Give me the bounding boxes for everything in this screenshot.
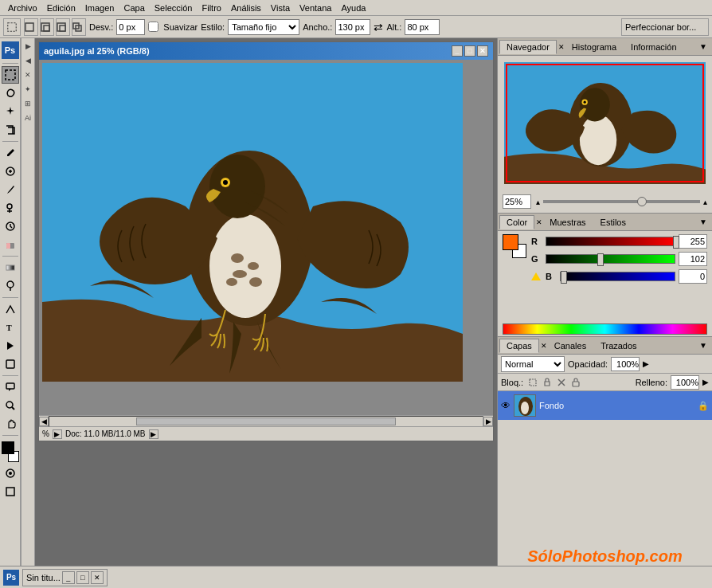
taskbar-document-item[interactable]: Sin titu... _ □ ✕ [22, 569, 108, 586]
g-input[interactable] [679, 252, 707, 266]
menu-ventana[interactable]: Ventana [295, 2, 336, 14]
ancho-input[interactable] [335, 19, 370, 35]
doc-maximize-btn[interactable]: □ [464, 45, 475, 57]
zoom-slider-thumb[interactable] [637, 197, 647, 206]
perfeccionar-button[interactable]: Perfeccionar bor... [621, 18, 709, 36]
tab-color[interactable]: Color [499, 215, 534, 229]
opacity-input[interactable] [611, 357, 640, 371]
tab-trazados[interactable]: Trazados [593, 339, 644, 353]
healing-tool[interactable] [2, 163, 19, 180]
fg-color-swatch[interactable] [503, 234, 518, 250]
crop-tool[interactable] [2, 121, 19, 139]
inter-sel-btn[interactable] [72, 18, 86, 36]
tab-capas[interactable]: Capas [499, 339, 539, 353]
pen-tool[interactable] [2, 300, 19, 318]
new-sel-btn[interactable] [24, 18, 38, 36]
magic-wand-tool[interactable] [2, 103, 19, 120]
fill-arrow[interactable]: ▶ [702, 378, 709, 386]
color-panel-close[interactable]: ▼ [696, 218, 710, 226]
doc-close-btn[interactable]: ✕ [477, 45, 488, 57]
foreground-color-swatch[interactable] [2, 441, 14, 454]
scrollbar-thumb[interactable] [136, 417, 396, 425]
color-swatch-area[interactable] [2, 441, 19, 462]
alto-input[interactable] [405, 19, 440, 35]
lock-image-btn[interactable] [541, 376, 554, 389]
zoom-tool[interactable] [2, 397, 19, 414]
tab-estilos[interactable]: Estilos [593, 215, 633, 229]
fill-input[interactable] [671, 375, 699, 390]
path-select-tool[interactable] [2, 337, 19, 355]
panel-icon-3[interactable]: ✕ [22, 69, 34, 81]
swap-dimensions-icon[interactable]: ⇄ [374, 21, 383, 33]
menu-imagen[interactable]: Imagen [80, 2, 119, 14]
panel-icon-1[interactable]: ▶ [22, 40, 34, 53]
menu-filtro[interactable]: Filtro [197, 2, 225, 14]
lock-transparent-btn[interactable] [526, 376, 539, 389]
add-sel-btn[interactable] [40, 18, 54, 36]
panel-icon-5[interactable]: ⊞ [22, 97, 34, 110]
panel-icon-4[interactable]: ✦ [22, 83, 34, 96]
horizontal-scrollbar[interactable]: ◀ ▶ [39, 415, 493, 426]
type-tool[interactable]: T [2, 319, 19, 336]
layer-visibility-icon[interactable]: 👁 [501, 400, 511, 411]
tab-navegador[interactable]: Navegador [499, 40, 557, 54]
lock-position-btn[interactable] [555, 376, 568, 389]
clone-tool[interactable] [2, 199, 19, 217]
out-of-gamut-warning-icon[interactable] [531, 272, 541, 280]
color-spectrum[interactable] [503, 323, 707, 335]
layers-panel-close[interactable]: ▼ [696, 341, 710, 350]
scroll-right-btn[interactable]: ▶ [483, 417, 493, 426]
menu-capa[interactable]: Capa [119, 2, 149, 14]
navigator-preview[interactable] [503, 61, 707, 186]
eraser-tool[interactable] [2, 236, 19, 253]
layer-row-fondo[interactable]: 👁 Fondo 🔒 [498, 391, 712, 420]
quick-mask-btn[interactable] [2, 465, 19, 482]
b-slider-thumb[interactable] [561, 271, 567, 284]
tab-histograma[interactable]: Histograma [565, 40, 624, 54]
navigator-zoom-input[interactable] [503, 194, 531, 209]
r-input[interactable] [679, 234, 707, 249]
menu-edicion[interactable]: Edición [42, 2, 80, 14]
status-info-btn[interactable]: ▶ [53, 429, 62, 439]
tab-capas-close[interactable]: ✕ [541, 342, 547, 350]
marquee-tool[interactable] [2, 66, 19, 84]
r-slider-thumb[interactable] [673, 236, 679, 249]
shape-tool[interactable] [2, 355, 19, 373]
tab-informacion[interactable]: Información [624, 40, 683, 54]
tab-canales[interactable]: Canales [547, 339, 593, 353]
r-slider[interactable] [546, 237, 675, 246]
taskbar-close-btn[interactable]: ✕ [91, 571, 104, 584]
suavizar-checkbox[interactable] [148, 22, 158, 32]
tab-color-close[interactable]: ✕ [536, 218, 542, 226]
eyedropper-tool[interactable] [2, 144, 19, 162]
hand-tool[interactable] [2, 415, 19, 433]
menu-ayuda[interactable]: Ayuda [336, 2, 370, 14]
menu-vista[interactable]: Vista [266, 2, 295, 14]
gradient-tool[interactable] [2, 259, 19, 276]
taskbar-minimize-btn[interactable]: _ [62, 571, 75, 584]
sub-sel-btn[interactable] [56, 18, 70, 36]
lock-all-btn[interactable] [569, 376, 582, 389]
menu-analisis[interactable]: Análisis [226, 2, 266, 14]
g-slider[interactable] [546, 254, 675, 264]
menu-seleccion[interactable]: Selección [150, 2, 198, 14]
zoom-out-icon[interactable]: ▴ [536, 198, 540, 206]
zoom-slider[interactable] [543, 200, 700, 203]
tab-navegador-close[interactable]: ✕ [558, 43, 565, 51]
status-navigate-btn[interactable]: ▶ [149, 429, 158, 439]
image-canvas[interactable] [42, 63, 463, 382]
opacity-arrow[interactable]: ▶ [643, 359, 649, 368]
scroll-left-btn[interactable]: ◀ [39, 417, 49, 426]
brush-tool[interactable] [2, 181, 19, 198]
b-slider[interactable] [560, 272, 675, 281]
b-input[interactable] [679, 269, 707, 284]
desvio-input[interactable] [116, 19, 145, 35]
panel-icon-2[interactable]: ◀ [22, 54, 34, 67]
canvas-area[interactable] [39, 60, 493, 415]
zoom-in-icon[interactable]: ▴ [703, 198, 707, 206]
navigator-panel-close[interactable]: ▼ [696, 42, 710, 51]
screen-mode-btn[interactable] [2, 483, 19, 500]
doc-minimize-btn[interactable]: _ [452, 45, 463, 57]
history-tool[interactable] [2, 218, 19, 235]
blend-mode-select[interactable]: Normal [501, 356, 565, 372]
